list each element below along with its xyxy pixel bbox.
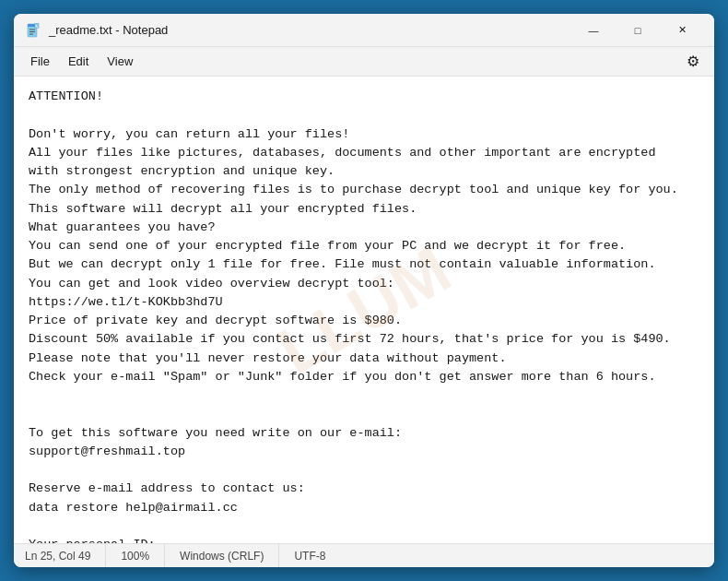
minimize-button[interactable]: — bbox=[572, 17, 615, 44]
editor-area[interactable]: LLUM ATTENTION! Don't worry, you can ret… bbox=[14, 77, 714, 543]
zoom-level: 100% bbox=[106, 544, 165, 567]
menu-edit[interactable]: Edit bbox=[59, 51, 98, 72]
window-title: _readme.txt - Notepad bbox=[49, 23, 572, 37]
editor-content[interactable]: ATTENTION! Don't worry, you can return a… bbox=[29, 88, 699, 543]
maximize-button[interactable]: □ bbox=[616, 17, 659, 44]
app-icon bbox=[25, 22, 41, 39]
title-bar: _readme.txt - Notepad — □ ✕ bbox=[14, 14, 714, 47]
status-bar: Ln 25, Col 49 100% Windows (CRLF) UTF-8 bbox=[14, 543, 714, 567]
line-ending: Windows (CRLF) bbox=[165, 544, 279, 567]
window-controls: — □ ✕ bbox=[572, 17, 703, 44]
close-button[interactable]: ✕ bbox=[661, 17, 703, 44]
encoding: UTF-8 bbox=[279, 544, 340, 567]
cursor-position: Ln 25, Col 49 bbox=[25, 544, 106, 567]
notepad-window: _readme.txt - Notepad — □ ✕ File Edit Vi… bbox=[14, 14, 714, 567]
menu-bar: File Edit View ⚙ bbox=[14, 47, 714, 77]
menu-view[interactable]: View bbox=[98, 51, 142, 72]
settings-gear-icon[interactable]: ⚙ bbox=[679, 49, 707, 74]
menu-file[interactable]: File bbox=[21, 51, 59, 72]
